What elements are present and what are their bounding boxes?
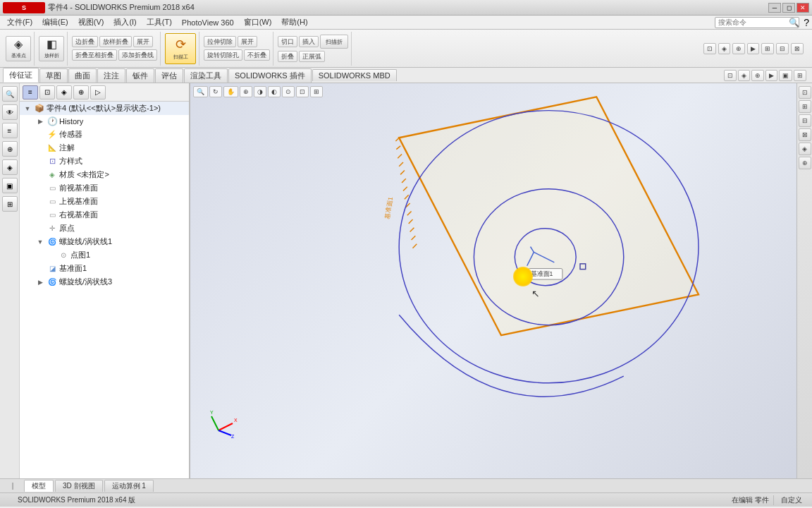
panel-icon-search[interactable]: 🔍 <box>2 86 18 102</box>
tab-evaluate[interactable]: 评估 <box>155 68 183 83</box>
tab-sw-addins[interactable]: SOLIDWORKS 插件 <box>228 68 312 83</box>
toolbar-btn-expand[interactable]: 展开 <box>133 36 153 47</box>
search-input[interactable] <box>718 18 789 26</box>
toolbar-btn-base-point[interactable]: ◈ 基准点 <box>6 36 31 61</box>
origin-toggle[interactable] <box>35 224 45 234</box>
panel-btn-appear[interactable]: ⊕ <box>73 85 89 99</box>
vp-btn-search[interactable]: 🔍 <box>193 86 208 97</box>
vp-rt-btn5[interactable]: ◈ <box>799 143 811 155</box>
vp-btn-zoom[interactable]: ⊕ <box>240 86 252 97</box>
vp-rt-btn2[interactable]: ⊞ <box>799 100 811 113</box>
vp-btn-pan[interactable]: ✋ <box>223 86 238 97</box>
tab-view-btn1[interactable]: ⊡ <box>724 70 737 81</box>
toolbar-btn-sweep[interactable]: ⟳ 扫描工 <box>165 33 196 64</box>
tab-annotation[interactable]: 注注 <box>97 68 125 83</box>
tab-render[interactable]: 渲染工具 <box>184 68 228 83</box>
menu-insert[interactable]: 插入(I) <box>109 16 140 29</box>
tab-3d-section[interactable]: 3D 剖视图 <box>55 480 103 492</box>
vp-btn-lights[interactable]: ⊙ <box>282 86 295 97</box>
tree-item-sensors[interactable]: ⚡ 传感器 <box>20 128 189 141</box>
vp-btn-rotate[interactable]: ↻ <box>209 86 222 97</box>
toolbar-btn-unfold[interactable]: 不折叠 <box>244 49 270 61</box>
menu-tools[interactable]: 工具(T) <box>142 16 176 29</box>
toolbar-btn-view6[interactable]: ⊟ <box>776 43 789 54</box>
tab-surface[interactable]: 曲面 <box>68 68 97 83</box>
command-search[interactable]: 🔍 <box>715 17 799 28</box>
solidbodies-toggle[interactable] <box>35 157 45 167</box>
toolbar-btn-fold[interactable]: 折叠 <box>278 51 297 62</box>
menu-help[interactable]: 帮助(H) <box>277 16 312 29</box>
tree-item-material[interactable]: ◈ 材质 <未指定> <box>20 168 189 181</box>
toolbar-btn-open[interactable]: 展开 <box>238 36 257 47</box>
toolbar-btn-cut[interactable]: 切口 <box>278 36 297 47</box>
menu-window[interactable]: 窗口(W) <box>240 16 276 29</box>
tab-feature[interactable]: 传征证 <box>3 68 39 83</box>
root-toggle[interactable]: ▼ <box>23 104 32 114</box>
panel-btn-config[interactable]: ◈ <box>56 85 72 99</box>
toolbar-btn-view2[interactable]: ◈ <box>718 43 730 54</box>
toolbar-btn-view7[interactable]: ⊠ <box>791 43 804 54</box>
tree-item-helix1[interactable]: ▼ 🌀 螺旋线/涡状线1 <box>20 235 189 248</box>
menu-file[interactable]: 文件(F) <box>3 16 37 29</box>
toolbar-btn-foldback[interactable]: 折叠至相折叠 <box>72 49 117 61</box>
vp-btn-view[interactable]: ⊡ <box>296 86 309 97</box>
tab-view-btn2[interactable]: ◈ <box>738 70 750 81</box>
toolbar-btn-loft[interactable]: ◧ 放样折 <box>39 36 64 61</box>
top-toggle[interactable] <box>35 197 45 207</box>
toolbar-btn-view5[interactable]: ⊞ <box>761 43 774 54</box>
3d-viewport[interactable]: 🔍 ↻ ✋ ⊕ ◑ ◐ ⊙ ⊡ ⊞ <box>190 83 812 478</box>
tree-item-solidbodies[interactable]: ⊡ 方样式 <box>20 155 189 168</box>
tree-root-item[interactable]: ▼ 📦 零件4 (默认<<默认>显示状态-1>) <box>20 102 189 115</box>
toolbar-btn-view1[interactable]: ⊡ <box>703 43 716 54</box>
sensors-toggle[interactable] <box>35 130 45 140</box>
help-icon[interactable]: ? <box>804 17 809 28</box>
toolbar-btn-unfold2[interactable]: 正展弧 <box>299 51 325 62</box>
minimize-button[interactable]: ─ <box>768 3 781 13</box>
toolbar-btn-revolve-cut[interactable]: 旋转切除孔 <box>204 49 242 61</box>
tab-view-btn6[interactable]: ⊞ <box>794 70 806 81</box>
vp-btn-section[interactable]: ◑ <box>254 86 266 97</box>
toolbar-btn-view4[interactable]: ▶ <box>747 43 759 54</box>
toolbar-btn-scan[interactable]: 扫描折 <box>320 35 348 49</box>
datum1-toggle[interactable] <box>35 264 45 274</box>
tab-view-btn3[interactable]: ⊕ <box>751 70 764 81</box>
helix3-toggle[interactable]: ▶ <box>35 277 45 287</box>
vp-rt-btn4[interactable]: ⊠ <box>799 128 811 141</box>
tree-item-front-plane[interactable]: ▭ 前视基准面 <box>20 181 189 195</box>
vp-btn-display[interactable]: ◐ <box>268 86 281 97</box>
right-toggle[interactable] <box>35 210 45 220</box>
menu-edit[interactable]: 编辑(E) <box>38 16 73 29</box>
toolbar-btn-edge-fold[interactable]: 边折叠 <box>72 36 98 47</box>
tree-item-pointchart[interactable]: ⊙ 点图1 <box>20 248 189 262</box>
material-toggle[interactable] <box>35 170 45 180</box>
panel-icon-eye[interactable]: 👁 <box>2 104 18 120</box>
toolbar-btn-addmaterial[interactable]: 添加折叠线 <box>118 49 157 61</box>
panel-icon-tree[interactable]: ≡ <box>2 123 18 138</box>
tree-item-origin[interactable]: ✛ 原点 <box>20 222 189 235</box>
toolbar-btn-insert[interactable]: 插入 <box>299 36 319 47</box>
toolbar-btn-loft-fold[interactable]: 放样折叠 <box>99 36 132 47</box>
tab-view-btn5[interactable]: ▣ <box>779 70 792 81</box>
tree-item-datum1[interactable]: ◪ 基准面1 <box>20 262 189 275</box>
tree-item-annotations[interactable]: 📐 注解 <box>20 141 189 155</box>
panel-icon-config[interactable]: ◈ <box>2 159 18 175</box>
toolbar-btn-pull-cut[interactable]: 拉伸切除 <box>204 36 236 47</box>
menu-view[interactable]: 视图(V) <box>74 16 109 29</box>
panel-icon-appear[interactable]: ▣ <box>2 178 18 193</box>
tab-motion[interactable]: 运动算例 1 <box>104 480 154 492</box>
tree-item-top-plane[interactable]: ▭ 上视基准面 <box>20 195 189 208</box>
annotations-toggle[interactable] <box>35 143 45 153</box>
tab-sw-mbd[interactable]: SOLIDWORKS MBD <box>312 69 397 81</box>
toolbar-btn-view3[interactable]: ⊕ <box>732 43 745 54</box>
vp-rt-btn6[interactable]: ⊕ <box>799 157 811 169</box>
tree-item-helix3[interactable]: ▶ 🌀 螺旋线/涡状线3 <box>20 275 189 289</box>
tree-item-right-plane[interactable]: ▭ 右视基准面 <box>20 208 189 222</box>
helix1-toggle[interactable]: ▼ <box>35 237 45 247</box>
menu-photoview[interactable]: PhotoView 360 <box>178 17 238 28</box>
panel-btn-featuretree[interactable]: ≡ <box>23 85 38 99</box>
window-controls[interactable]: ─ ◻ ✕ <box>768 3 809 13</box>
tree-item-history[interactable]: ▶ 🕐 History <box>20 115 189 128</box>
tab-model[interactable]: 模型 <box>24 480 54 492</box>
restore-button[interactable]: ◻ <box>782 3 795 13</box>
vp-rt-btn3[interactable]: ⊟ <box>799 114 811 127</box>
